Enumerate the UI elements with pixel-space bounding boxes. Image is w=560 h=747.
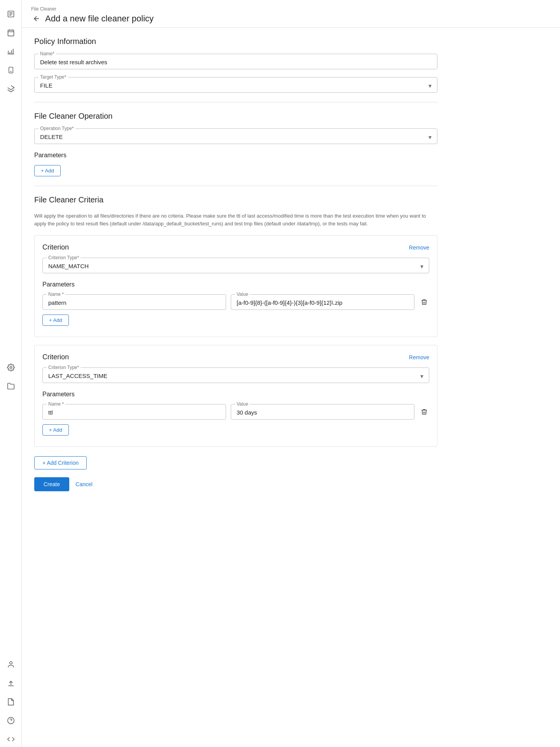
svg-point-15 bbox=[10, 366, 12, 368]
operation-type-outlined-field: Operation Type* DELETE ARCHIVE MOVE ▾ bbox=[34, 128, 437, 144]
sidebar-item-doc2[interactable] bbox=[3, 694, 19, 710]
param-name-input-2-1[interactable] bbox=[48, 409, 220, 416]
criterion-params-section-1: Parameters Name * Value bbox=[42, 281, 429, 326]
delete-param-button-2-1[interactable] bbox=[419, 407, 429, 417]
criterion-title-2: Criterion bbox=[42, 353, 69, 361]
criterion-type-select-wrapper-1: NAME_MATCH LAST_ACCESS_TIME LAST_MODIFIE… bbox=[48, 263, 423, 270]
criterion-type-field-1: Criterion Type* NAME_MATCH LAST_ACCESS_T… bbox=[42, 258, 429, 273]
param-value-input-2-1[interactable] bbox=[237, 409, 409, 416]
criterion-param-row-2-1: Name * Value bbox=[42, 404, 429, 420]
sidebar-item-code[interactable] bbox=[3, 731, 19, 747]
param-value-label-2-1: Value bbox=[235, 401, 250, 407]
page-title-row: Add a new file cleaner policy bbox=[31, 13, 551, 24]
criterion-params-title-1: Parameters bbox=[42, 281, 429, 288]
criterion-params-title-2: Parameters bbox=[42, 391, 429, 398]
divider-2 bbox=[34, 186, 437, 186]
criterion-type-label-1: Criterion Type* bbox=[47, 255, 81, 260]
sidebar bbox=[0, 0, 22, 747]
action-row: Create Cancel bbox=[34, 477, 437, 491]
cancel-button[interactable]: Cancel bbox=[75, 481, 93, 487]
sidebar-item-chart[interactable] bbox=[3, 44, 19, 59]
criteria-section: File Cleaner Criteria Will apply the ope… bbox=[34, 195, 437, 447]
top-parameters-title: Parameters bbox=[34, 152, 437, 159]
top-add-button[interactable]: + Add bbox=[34, 165, 61, 176]
divider-1 bbox=[34, 102, 437, 102]
bottom-actions: + Add Criterion Create Cancel bbox=[34, 456, 437, 504]
sidebar-item-person[interactable] bbox=[3, 657, 19, 672]
operation-type-field-group: Operation Type* DELETE ARCHIVE MOVE ▾ bbox=[34, 128, 437, 144]
name-input[interactable] bbox=[40, 59, 432, 65]
criterion-card-1: Criterion Remove Criterion Type* NAME_MA… bbox=[34, 235, 437, 337]
sidebar-item-mobile[interactable] bbox=[3, 62, 19, 78]
back-button[interactable] bbox=[31, 13, 42, 24]
svg-point-14 bbox=[11, 71, 11, 72]
svg-point-16 bbox=[9, 662, 12, 664]
criterion-type-field-2: Criterion Type* NAME_MATCH LAST_ACCESS_T… bbox=[42, 367, 429, 383]
name-outlined-field: Name* bbox=[34, 54, 437, 69]
page-header: File Cleaner Add a new file cleaner poli… bbox=[22, 0, 560, 28]
param-name-label-2-1: Name * bbox=[47, 401, 65, 407]
operation-type-label: Operation Type* bbox=[39, 126, 75, 131]
param-name-label-1-1: Name * bbox=[47, 292, 65, 297]
operation-section: File Cleaner Operation Operation Type* D… bbox=[34, 112, 437, 144]
target-type-field-group: Target Type* FILE DIRECTORY ▾ bbox=[34, 77, 437, 93]
breadcrumb: File Cleaner bbox=[31, 6, 551, 12]
criterion-type-outlined-1: Criterion Type* NAME_MATCH LAST_ACCESS_T… bbox=[42, 258, 429, 273]
main-content: File Cleaner Add a new file cleaner poli… bbox=[22, 0, 560, 747]
target-type-select[interactable]: FILE DIRECTORY bbox=[40, 82, 432, 89]
criterion-params-section-2: Parameters Name * Value bbox=[42, 391, 429, 436]
sidebar-item-settings[interactable] bbox=[3, 360, 19, 375]
param-value-field-2-1: Value bbox=[231, 404, 414, 420]
remove-button-2[interactable]: Remove bbox=[409, 354, 429, 360]
param-name-field-2-1: Name * bbox=[42, 404, 226, 420]
criterion-header-1: Criterion Remove bbox=[42, 243, 429, 251]
criterion-type-outlined-2: Criterion Type* NAME_MATCH LAST_ACCESS_T… bbox=[42, 367, 429, 383]
policy-info-title: Policy Information bbox=[34, 37, 437, 46]
top-parameters-section: Parameters + Add bbox=[34, 152, 437, 176]
svg-rect-4 bbox=[8, 30, 14, 36]
param-value-input-1-1[interactable] bbox=[237, 299, 409, 306]
policy-info-section: Policy Information Name* Target Type* FI… bbox=[34, 37, 437, 93]
sidebar-item-calendar[interactable] bbox=[3, 25, 19, 40]
sidebar-item-layers[interactable] bbox=[3, 81, 19, 97]
add-param-button-2[interactable]: + Add bbox=[42, 424, 69, 436]
add-param-button-1[interactable]: + Add bbox=[42, 315, 69, 326]
target-type-label: Target Type* bbox=[39, 74, 68, 80]
operation-type-select[interactable]: DELETE ARCHIVE MOVE bbox=[40, 134, 432, 140]
criteria-title: File Cleaner Criteria bbox=[34, 195, 437, 204]
criterion-type-select-2[interactable]: NAME_MATCH LAST_ACCESS_TIME LAST_MODIFIE… bbox=[48, 373, 423, 379]
criterion-type-select-1[interactable]: NAME_MATCH LAST_ACCESS_TIME LAST_MODIFIE… bbox=[48, 263, 423, 269]
criterion-card-2: Criterion Remove Criterion Type* NAME_MA… bbox=[34, 345, 437, 447]
target-type-outlined-field: Target Type* FILE DIRECTORY ▾ bbox=[34, 77, 437, 93]
sidebar-item-document[interactable] bbox=[3, 6, 19, 22]
param-value-field-1-1: Value bbox=[231, 294, 414, 310]
criterion-type-select-wrapper-2: NAME_MATCH LAST_ACCESS_TIME LAST_MODIFIE… bbox=[48, 373, 423, 380]
add-criterion-button[interactable]: + Add Criterion bbox=[34, 456, 87, 469]
name-field-label: Name* bbox=[39, 51, 56, 56]
criterion-header-2: Criterion Remove bbox=[42, 353, 429, 361]
criteria-info: Will apply the operation to all files/di… bbox=[34, 212, 437, 227]
sidebar-item-upload[interactable] bbox=[3, 675, 19, 691]
param-name-field-1-1: Name * bbox=[42, 294, 226, 310]
name-field-group: Name* bbox=[34, 54, 437, 69]
sidebar-item-folder[interactable] bbox=[3, 378, 19, 394]
create-button[interactable]: Create bbox=[34, 477, 69, 491]
sidebar-item-help[interactable] bbox=[3, 713, 19, 728]
target-type-select-wrapper: FILE DIRECTORY ▾ bbox=[40, 82, 432, 89]
delete-param-button-1-1[interactable] bbox=[419, 297, 429, 307]
remove-button-1[interactable]: Remove bbox=[409, 244, 429, 251]
operation-title: File Cleaner Operation bbox=[34, 112, 437, 121]
operation-type-select-wrapper: DELETE ARCHIVE MOVE ▾ bbox=[40, 134, 432, 141]
form-area: Policy Information Name* Target Type* FI… bbox=[22, 28, 450, 513]
param-name-input-1-1[interactable] bbox=[48, 299, 220, 306]
param-value-label-1-1: Value bbox=[235, 292, 250, 297]
criterion-title-1: Criterion bbox=[42, 243, 69, 251]
criterion-param-row-1-1: Name * Value bbox=[42, 294, 429, 310]
criterion-type-label-2: Criterion Type* bbox=[47, 365, 81, 370]
page-title: Add a new file cleaner policy bbox=[45, 14, 154, 24]
